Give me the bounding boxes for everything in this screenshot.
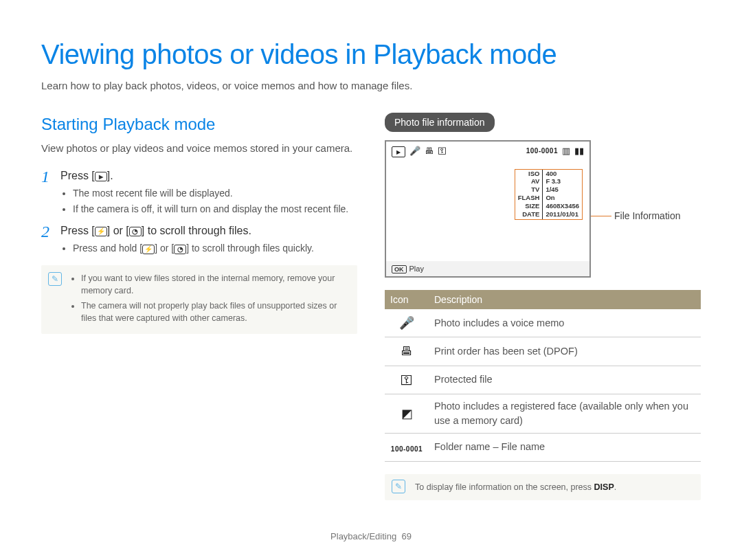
registered-face-icon: ◩	[385, 394, 429, 433]
protected-file-icon: ⚿	[385, 366, 429, 394]
timer-button-icon	[129, 227, 142, 236]
info-key: DATE	[515, 211, 543, 219]
info-key: SIZE	[515, 203, 543, 211]
step-1: 1 Press []. The most recent file will be…	[41, 168, 357, 216]
info-val: 400	[543, 170, 582, 178]
folder-file-code: 100-0001	[391, 445, 423, 453]
section-heading: Starting Playback mode	[41, 113, 357, 137]
row-desc: Print order has been set (DPOF)	[429, 337, 701, 366]
footer-page-number: 69	[401, 531, 411, 541]
disp-button-label: DISP	[594, 482, 614, 492]
note-text: To display file information on the scree…	[415, 482, 594, 492]
memory-card-icon: ▥	[562, 145, 570, 158]
playback-mode-icon	[392, 146, 405, 157]
print-order-icon: 🖶	[385, 337, 429, 366]
table-row: 100-0001 Folder name – File name	[385, 433, 701, 461]
info-val: 2011/01/01	[543, 211, 582, 219]
note-icon: ✎	[392, 480, 405, 493]
screenshot-wrap: 🎤 🖶 ⚿ 100-0001 ▥ ▮▮ ISO400 AVF 3.3 TV1/4…	[385, 140, 701, 278]
file-info-label: File Information	[614, 209, 680, 223]
th-desc: Description	[429, 290, 701, 309]
row-desc: Photo includes a voice memo	[429, 309, 701, 337]
note-item: If you want to view files stored in the …	[81, 272, 349, 297]
row-desc: Folder name – File name	[429, 433, 701, 461]
page-title: Viewing photos or videos in Playback mod…	[41, 34, 701, 74]
step-title: Press [].	[60, 168, 357, 183]
ok-label: OK	[392, 265, 407, 273]
camera-screenshot: 🎤 🖶 ⚿ 100-0001 ▥ ▮▮ ISO400 AVF 3.3 TV1/4…	[385, 140, 591, 278]
protected-file-icon: ⚿	[438, 145, 447, 158]
note-icon: ✎	[48, 272, 62, 286]
icon-description-table: Icon Description 🎤 Photo includes a voic…	[385, 290, 701, 462]
screenshot-bottombar: OKPlay	[386, 261, 589, 276]
step-bullet: The most recent file will be displayed.	[73, 186, 357, 200]
step-bullet: If the camera is off, it will turn on an…	[73, 202, 357, 216]
step-number: 2	[41, 220, 49, 244]
info-val: F 3.3	[543, 178, 582, 186]
note-item: The camera will not properly play back f…	[81, 300, 349, 324]
step-bullet: Press and hold [] or [] to scroll throug…	[73, 241, 357, 255]
section-desc: View photos or play videos and voice mem…	[41, 141, 357, 156]
page-footer: Playback/Editing 69	[0, 530, 742, 544]
print-order-icon: 🖶	[425, 145, 434, 158]
file-code: 100-0001	[526, 146, 558, 157]
info-val: 4608X3456	[543, 203, 582, 211]
voice-memo-icon: 🎤	[409, 145, 420, 158]
text: Press [	[60, 225, 95, 236]
flash-button-icon	[142, 245, 155, 254]
battery-icon: ▮▮	[574, 145, 584, 158]
text: Press and hold [	[73, 243, 142, 254]
voice-memo-icon: 🎤	[385, 309, 429, 337]
step-title: Press [] or [] to scroll through files.	[60, 223, 357, 238]
right-column: Photo file information 🎤 🖶 ⚿ 100-0001 ▥ …	[385, 113, 701, 500]
row-desc: Protected file	[429, 366, 701, 394]
left-column: Starting Playback mode View photos or pl…	[41, 113, 357, 500]
timer-button-icon	[174, 245, 186, 254]
text: ] or [	[107, 225, 129, 236]
playback-button-icon	[95, 172, 107, 181]
footer-section: Playback/Editing	[330, 531, 396, 541]
page-subtitle: Learn how to play back photos, videos, o…	[41, 78, 701, 93]
table-row: 🎤 Photo includes a voice memo	[385, 309, 701, 337]
table-row: ⚿ Protected file	[385, 366, 701, 394]
step-number: 1	[41, 165, 49, 189]
note-text: .	[614, 482, 616, 492]
th-icon: Icon	[385, 290, 429, 309]
leader-line	[591, 216, 611, 216]
note-box: ✎ To display file information on the scr…	[385, 474, 701, 500]
text: ] to scroll through files quickly.	[186, 243, 314, 254]
note-box: ✎ If you want to view files stored in th…	[41, 265, 357, 335]
text: ] or [	[155, 243, 174, 254]
photo-file-info-pill: Photo file information	[385, 113, 495, 132]
step-2: 2 Press [] or [] to scroll through files…	[41, 223, 357, 255]
table-row: 🖶 Print order has been set (DPOF)	[385, 337, 701, 366]
text: Press [	[60, 170, 95, 181]
info-key: AV	[515, 178, 543, 186]
play-label: Play	[409, 265, 424, 273]
info-key: ISO	[515, 170, 543, 178]
text: ].	[107, 170, 113, 181]
flash-button-icon	[95, 227, 107, 236]
table-row: ◩ Photo includes a registered face (avai…	[385, 394, 701, 433]
info-key: TV	[515, 186, 543, 194]
screenshot-topbar: 🎤 🖶 ⚿ 100-0001 ▥ ▮▮	[386, 142, 589, 162]
info-val: 1/45	[543, 186, 582, 194]
file-info-box: ISO400 AVF 3.3 TV1/45 FLASHOn SIZE4608X3…	[515, 169, 583, 220]
info-key: FLASH	[515, 194, 543, 203]
row-desc: Photo includes a registered face (availa…	[429, 394, 701, 433]
info-val: On	[543, 194, 582, 203]
text: ] to scroll through files.	[142, 225, 251, 236]
